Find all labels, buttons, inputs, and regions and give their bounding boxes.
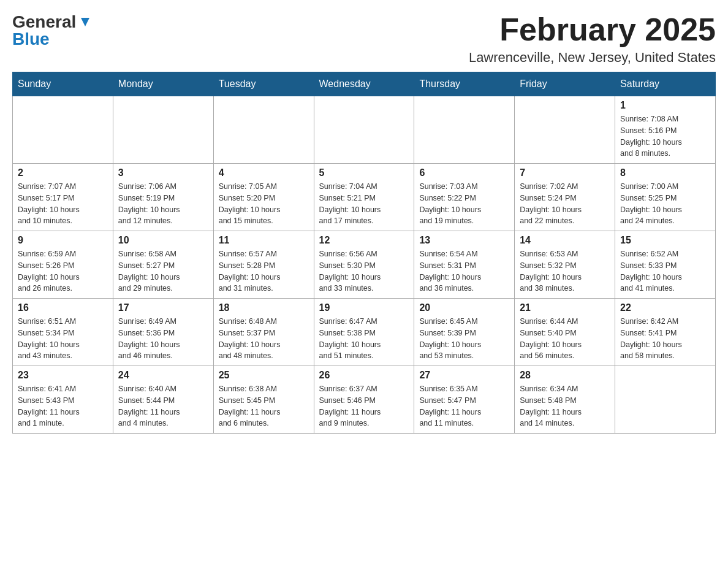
weekday-header-thursday: Thursday xyxy=(414,72,515,96)
weekday-header-row: SundayMondayTuesdayWednesdayThursdayFrid… xyxy=(13,72,716,96)
day-number: 18 xyxy=(219,302,309,313)
day-info: Sunrise: 6:35 AM Sunset: 5:47 PM Dayligh… xyxy=(419,383,509,429)
day-info: Sunrise: 6:58 AM Sunset: 5:27 PM Dayligh… xyxy=(118,248,208,294)
calendar-cell xyxy=(314,96,414,164)
day-number: 16 xyxy=(18,302,108,313)
day-info: Sunrise: 6:42 AM Sunset: 5:41 PM Dayligh… xyxy=(620,316,710,362)
calendar-cell: 28Sunrise: 6:34 AM Sunset: 5:48 PM Dayli… xyxy=(515,366,615,434)
day-info: Sunrise: 6:48 AM Sunset: 5:37 PM Dayligh… xyxy=(219,316,309,362)
day-number: 5 xyxy=(319,167,409,178)
day-info: Sunrise: 6:54 AM Sunset: 5:31 PM Dayligh… xyxy=(419,248,509,294)
calendar-cell: 27Sunrise: 6:35 AM Sunset: 5:47 PM Dayli… xyxy=(414,366,515,434)
day-info: Sunrise: 7:04 AM Sunset: 5:21 PM Dayligh… xyxy=(319,181,409,227)
day-number: 4 xyxy=(219,167,309,178)
calendar-cell xyxy=(113,96,213,164)
calendar-cell: 26Sunrise: 6:37 AM Sunset: 5:46 PM Dayli… xyxy=(314,366,414,434)
calendar-cell: 12Sunrise: 6:56 AM Sunset: 5:30 PM Dayli… xyxy=(314,231,414,299)
calendar-table: SundayMondayTuesdayWednesdayThursdayFrid… xyxy=(12,72,716,434)
day-number: 26 xyxy=(319,370,409,381)
calendar-cell: 11Sunrise: 6:57 AM Sunset: 5:28 PM Dayli… xyxy=(213,231,314,299)
calendar-cell: 10Sunrise: 6:58 AM Sunset: 5:27 PM Dayli… xyxy=(113,231,213,299)
page-header: General Blue February 2025 Lawrenceville… xyxy=(12,12,716,66)
title-block: February 2025 Lawrenceville, New Jersey,… xyxy=(469,12,716,66)
day-info: Sunrise: 6:57 AM Sunset: 5:28 PM Dayligh… xyxy=(219,248,309,294)
day-info: Sunrise: 7:08 AM Sunset: 5:16 PM Dayligh… xyxy=(620,113,710,159)
month-title: February 2025 xyxy=(469,12,716,47)
calendar-cell: 6Sunrise: 7:03 AM Sunset: 5:22 PM Daylig… xyxy=(414,164,515,231)
calendar-cell xyxy=(515,96,615,164)
day-info: Sunrise: 6:52 AM Sunset: 5:33 PM Dayligh… xyxy=(620,248,710,294)
day-number: 19 xyxy=(319,302,409,313)
weekday-header-wednesday: Wednesday xyxy=(314,72,414,96)
day-info: Sunrise: 7:05 AM Sunset: 5:20 PM Dayligh… xyxy=(219,181,309,227)
day-info: Sunrise: 7:03 AM Sunset: 5:22 PM Dayligh… xyxy=(419,181,509,227)
day-number: 9 xyxy=(18,235,108,246)
weekday-header-monday: Monday xyxy=(113,72,213,96)
calendar-cell: 3Sunrise: 7:06 AM Sunset: 5:19 PM Daylig… xyxy=(113,164,213,231)
calendar-cell: 22Sunrise: 6:42 AM Sunset: 5:41 PM Dayli… xyxy=(615,299,716,366)
calendar-cell: 23Sunrise: 6:41 AM Sunset: 5:43 PM Dayli… xyxy=(13,366,113,434)
calendar-cell: 4Sunrise: 7:05 AM Sunset: 5:20 PM Daylig… xyxy=(213,164,314,231)
day-info: Sunrise: 6:38 AM Sunset: 5:45 PM Dayligh… xyxy=(219,383,309,429)
day-number: 28 xyxy=(520,370,610,381)
day-number: 20 xyxy=(419,302,509,313)
calendar-cell xyxy=(213,96,314,164)
day-number: 2 xyxy=(18,167,108,178)
location-subtitle: Lawrenceville, New Jersey, United States xyxy=(469,50,716,66)
day-info: Sunrise: 6:51 AM Sunset: 5:34 PM Dayligh… xyxy=(18,316,108,362)
day-number: 17 xyxy=(118,302,208,313)
day-number: 22 xyxy=(620,302,710,313)
calendar-cell: 14Sunrise: 6:53 AM Sunset: 5:32 PM Dayli… xyxy=(515,231,615,299)
day-number: 12 xyxy=(319,235,409,246)
calendar-cell: 2Sunrise: 7:07 AM Sunset: 5:17 PM Daylig… xyxy=(13,164,113,231)
day-number: 24 xyxy=(118,370,208,381)
calendar-cell: 7Sunrise: 7:02 AM Sunset: 5:24 PM Daylig… xyxy=(515,164,615,231)
week-row-4: 16Sunrise: 6:51 AM Sunset: 5:34 PM Dayli… xyxy=(13,299,716,366)
day-number: 14 xyxy=(520,235,610,246)
day-info: Sunrise: 6:49 AM Sunset: 5:36 PM Dayligh… xyxy=(118,316,208,362)
calendar-cell: 25Sunrise: 6:38 AM Sunset: 5:45 PM Dayli… xyxy=(213,366,314,434)
day-info: Sunrise: 6:45 AM Sunset: 5:39 PM Dayligh… xyxy=(419,316,509,362)
day-number: 23 xyxy=(18,370,108,381)
day-info: Sunrise: 7:06 AM Sunset: 5:19 PM Dayligh… xyxy=(118,181,208,227)
calendar-cell xyxy=(615,366,716,434)
calendar-cell: 16Sunrise: 6:51 AM Sunset: 5:34 PM Dayli… xyxy=(13,299,113,366)
weekday-header-saturday: Saturday xyxy=(615,72,716,96)
day-number: 3 xyxy=(118,167,208,178)
calendar-cell: 20Sunrise: 6:45 AM Sunset: 5:39 PM Dayli… xyxy=(414,299,515,366)
week-row-1: 1Sunrise: 7:08 AM Sunset: 5:16 PM Daylig… xyxy=(13,96,716,164)
day-info: Sunrise: 7:07 AM Sunset: 5:17 PM Dayligh… xyxy=(18,181,108,227)
day-number: 27 xyxy=(419,370,509,381)
day-info: Sunrise: 7:02 AM Sunset: 5:24 PM Dayligh… xyxy=(520,181,610,227)
day-number: 1 xyxy=(620,100,710,111)
day-info: Sunrise: 6:44 AM Sunset: 5:40 PM Dayligh… xyxy=(520,316,610,362)
weekday-header-friday: Friday xyxy=(515,72,615,96)
calendar-cell: 18Sunrise: 6:48 AM Sunset: 5:37 PM Dayli… xyxy=(213,299,314,366)
calendar-cell: 19Sunrise: 6:47 AM Sunset: 5:38 PM Dayli… xyxy=(314,299,414,366)
day-number: 7 xyxy=(520,167,610,178)
calendar-cell xyxy=(414,96,515,164)
day-info: Sunrise: 6:37 AM Sunset: 5:46 PM Dayligh… xyxy=(319,383,409,429)
day-info: Sunrise: 6:59 AM Sunset: 5:26 PM Dayligh… xyxy=(18,248,108,294)
calendar-cell: 8Sunrise: 7:00 AM Sunset: 5:25 PM Daylig… xyxy=(615,164,716,231)
day-number: 13 xyxy=(419,235,509,246)
week-row-5: 23Sunrise: 6:41 AM Sunset: 5:43 PM Dayli… xyxy=(13,366,716,434)
day-number: 10 xyxy=(118,235,208,246)
calendar-cell: 13Sunrise: 6:54 AM Sunset: 5:31 PM Dayli… xyxy=(414,231,515,299)
calendar-cell: 17Sunrise: 6:49 AM Sunset: 5:36 PM Dayli… xyxy=(113,299,213,366)
calendar-cell: 1Sunrise: 7:08 AM Sunset: 5:16 PM Daylig… xyxy=(615,96,716,164)
day-info: Sunrise: 6:40 AM Sunset: 5:44 PM Dayligh… xyxy=(118,383,208,429)
svg-marker-0 xyxy=(81,18,89,26)
calendar-cell: 21Sunrise: 6:44 AM Sunset: 5:40 PM Dayli… xyxy=(515,299,615,366)
day-number: 15 xyxy=(620,235,710,246)
logo-blue-text: Blue xyxy=(12,29,92,49)
logo: General Blue xyxy=(12,12,92,49)
day-number: 8 xyxy=(620,167,710,178)
day-number: 25 xyxy=(219,370,309,381)
week-row-2: 2Sunrise: 7:07 AM Sunset: 5:17 PM Daylig… xyxy=(13,164,716,231)
calendar-cell: 15Sunrise: 6:52 AM Sunset: 5:33 PM Dayli… xyxy=(615,231,716,299)
day-number: 21 xyxy=(520,302,610,313)
calendar-cell: 5Sunrise: 7:04 AM Sunset: 5:21 PM Daylig… xyxy=(314,164,414,231)
calendar-cell: 24Sunrise: 6:40 AM Sunset: 5:44 PM Dayli… xyxy=(113,366,213,434)
day-number: 11 xyxy=(219,235,309,246)
